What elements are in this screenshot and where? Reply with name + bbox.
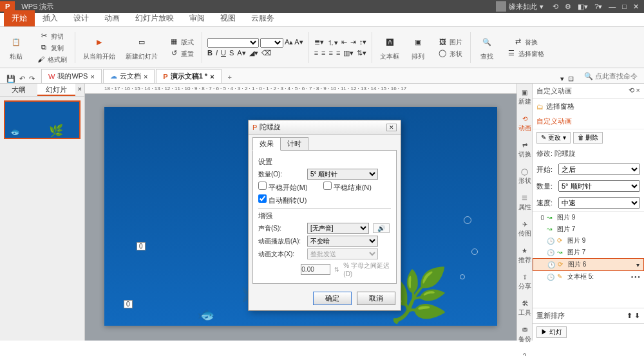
dialog-tab-effect[interactable]: 效果	[252, 137, 281, 151]
command-search[interactable]: 🔍 点此查找命令	[578, 70, 644, 83]
insert-shape-button[interactable]: ◯形状	[437, 48, 462, 59]
amount-select[interactable]: 5° 顺时针	[558, 180, 640, 192]
highlight-button[interactable]: ◢▾	[249, 49, 258, 57]
side-tab-help[interactable]: ?帮助	[518, 353, 531, 356]
increase-font-icon[interactable]: A▴	[285, 38, 293, 48]
maximize-icon[interactable]: □	[622, 3, 627, 11]
smooth-start-checkbox[interactable]: 平稳开始(M)	[258, 182, 308, 192]
side-tab-tools[interactable]: 🛠工具	[518, 300, 531, 317]
amount-select[interactable]: 5° 顺时针	[307, 169, 378, 180]
select-pane-button[interactable]: 🗂选择窗格	[533, 99, 644, 114]
close-icon[interactable]: ×	[210, 73, 214, 80]
play-slideshow-button[interactable]: ▶ 幻灯	[536, 326, 567, 338]
outline-tab[interactable]: 大纲	[0, 84, 37, 96]
close-icon[interactable]: ✕	[386, 124, 397, 131]
side-tab-shape[interactable]: ◯形状	[518, 168, 531, 185]
side-tab-attributes[interactable]: ☰属性	[518, 194, 531, 212]
indent-increase-button[interactable]: ⇥	[350, 38, 356, 48]
font-color-button[interactable]: A▾	[237, 49, 245, 57]
indent-decrease-button[interactable]: ⇤	[341, 38, 347, 48]
copy-button[interactable]: ⧉复制	[38, 42, 64, 53]
strike-button[interactable]: S	[229, 49, 234, 57]
new-slide-button[interactable]: ▭新建幻灯片	[122, 28, 162, 66]
dialog-tab-timing[interactable]: 计时	[280, 137, 308, 151]
redo-icon[interactable]: ↷	[29, 75, 35, 83]
textbox-button[interactable]: 🅰文本框	[376, 28, 403, 66]
speed-select[interactable]: 中速	[558, 197, 640, 209]
move-up-button[interactable]: ⬆	[627, 312, 632, 319]
sound-select[interactable]: [无声音]	[307, 223, 369, 234]
side-tab-backup[interactable]: ⛃备份	[518, 326, 531, 344]
align-right-button[interactable]: ≡	[329, 49, 333, 57]
after-anim-select[interactable]: 不变暗	[307, 236, 378, 247]
tab-overflow-icon[interactable]: ▾	[560, 75, 564, 83]
side-tab-share[interactable]: ⇪分享	[518, 274, 531, 291]
side-tab-transition[interactable]: ⇄切换	[518, 142, 531, 159]
cancel-button[interactable]: 取消	[357, 292, 395, 305]
side-tab-recommend[interactable]: ★推荐	[518, 247, 531, 265]
ribbon-tab-slideshow[interactable]: 幻灯片放映	[128, 10, 182, 26]
side-tab-animation[interactable]: ⟲动画	[518, 115, 531, 133]
list-item[interactable]: 🕒⟳图片 9	[533, 235, 644, 247]
decrease-font-icon[interactable]: A▾	[294, 38, 303, 48]
skin-icon[interactable]: ◧▾	[578, 3, 588, 11]
select-pane-button[interactable]: ☰选择窗格	[506, 48, 544, 59]
ribbon-tab-insert[interactable]: 插入	[35, 10, 66, 26]
auto-reverse-checkbox[interactable]: 自动翻转(U)	[258, 194, 307, 205]
numbering-button[interactable]: ⒈▾	[327, 38, 338, 48]
save-icon[interactable]: 💾	[6, 75, 15, 83]
list-item[interactable]: 0↝图片 9	[533, 212, 644, 223]
sync-icon[interactable]: ⟲	[553, 3, 558, 11]
slides-tab[interactable]: 幻灯片	[37, 84, 75, 96]
doc-tab-presentation1[interactable]: P演示文稿1 *×	[156, 69, 221, 83]
slide-thumbnail-1[interactable]: 🐟 🌿	[4, 100, 80, 139]
close-icon[interactable]: ×	[90, 73, 94, 80]
undo-icon[interactable]: ↶	[19, 75, 25, 83]
close-icon[interactable]: ×	[144, 73, 147, 80]
feedback-icon[interactable]: ?▾	[594, 3, 602, 11]
delete-effect-button[interactable]: 🗑 删除	[573, 132, 603, 144]
replace-button[interactable]: ⇄替换	[512, 36, 538, 48]
ribbon-tab-home[interactable]: 开始	[4, 10, 35, 26]
smooth-end-checkbox[interactable]: 平稳结束(N)	[323, 182, 372, 192]
minimize-icon[interactable]: —	[609, 3, 616, 11]
ribbon-tab-design[interactable]: 设计	[66, 10, 97, 26]
font-family-select[interactable]	[207, 38, 259, 48]
settings-icon[interactable]: ⚙	[565, 3, 571, 11]
list-item[interactable]: 🕒↝图片 7	[533, 247, 644, 258]
new-tab-button[interactable]: +	[223, 71, 237, 83]
find-button[interactable]: 🔍查找	[475, 28, 499, 66]
close-icon[interactable]: ×	[636, 86, 640, 94]
user-account[interactable]: 缘来如此▾	[492, 1, 547, 12]
ok-button[interactable]: 确定	[313, 292, 352, 305]
small-fish-image[interactable]: 🐟	[198, 306, 215, 323]
clear-format-button[interactable]: ⌫	[261, 49, 272, 57]
sync-icon[interactable]: ⟲	[629, 86, 634, 94]
pin-icon[interactable]: ⊡	[568, 75, 574, 83]
format-painter-button[interactable]: 🖌格式刷	[35, 53, 67, 65]
ribbon-tab-review[interactable]: 审阅	[182, 10, 213, 26]
text-direction-button[interactable]: ⇅▾	[357, 49, 366, 57]
align-left-button[interactable]: ≡	[314, 49, 318, 57]
underline-button[interactable]: U	[221, 49, 226, 57]
side-tab-info[interactable]: ✈传图	[518, 221, 531, 238]
change-effect-button[interactable]: ✎ 更改 ▾	[536, 132, 571, 144]
paste-button[interactable]: 📋粘贴	[4, 28, 28, 66]
chevron-down-icon[interactable]: ▾	[636, 261, 639, 268]
font-size-select[interactable]	[260, 38, 283, 48]
animation-order-marker[interactable]: 0	[137, 242, 146, 250]
sound-volume-button[interactable]: 🔊	[373, 223, 390, 233]
bold-button[interactable]: B	[207, 49, 213, 57]
from-current-slide-button[interactable]: ▶从当前开始	[79, 28, 119, 66]
ribbon-tab-view[interactable]: 视图	[213, 10, 243, 26]
close-icon[interactable]: ×	[75, 84, 84, 96]
side-tab-new[interactable]: ▣新建	[518, 89, 531, 106]
insert-picture-button[interactable]: 🖼图片	[437, 36, 462, 48]
ribbon-tab-animation[interactable]: 动画	[97, 10, 128, 26]
doc-tab-mywps[interactable]: W我的WPS×	[41, 69, 102, 83]
reset-button[interactable]: ↺重置	[168, 48, 194, 59]
start-select[interactable]: 之后	[558, 164, 640, 175]
list-item[interactable]: 🕒✎文本框 5:● ● ●	[533, 271, 644, 283]
list-item[interactable]: ↝图片 7	[533, 223, 644, 235]
move-down-button[interactable]: ⬇	[634, 312, 640, 319]
